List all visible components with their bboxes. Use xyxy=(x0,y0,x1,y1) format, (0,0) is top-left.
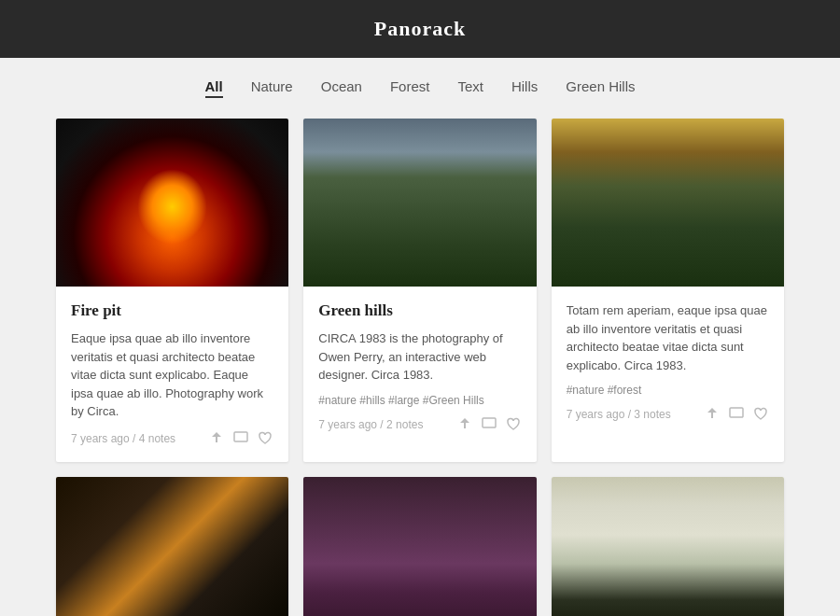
card-actions-fire xyxy=(208,430,273,447)
card-tags-hills: #nature #hills #large #Green Hills xyxy=(318,394,521,407)
svg-rect-0 xyxy=(234,432,247,441)
card-desc-hills: CIRCA 1983 is the photography of Owen Pe… xyxy=(318,329,521,385)
nav-item-green-hills[interactable]: Green Hills xyxy=(566,78,635,98)
card-footer-hills: 7 years ago / 2 notes xyxy=(318,416,521,433)
card-green-hills: Green hills CIRCA 1983 is the photograph… xyxy=(303,119,536,462)
card-desc-forest: Totam rem aperiam, eaque ipsa quae ab il… xyxy=(567,301,769,374)
share-icon[interactable] xyxy=(208,430,225,447)
card-body-fire: Fire pit Eaque ipsa quae ab illo invento… xyxy=(56,287,288,462)
card-meta-forest: 7 years ago / 3 notes xyxy=(567,408,671,421)
card-clouds xyxy=(552,477,784,617)
nav-item-hills[interactable]: Hills xyxy=(511,78,538,98)
comment-icon[interactable] xyxy=(481,416,497,433)
card-title-hills: Green hills xyxy=(318,301,521,320)
nav-item-nature[interactable]: Nature xyxy=(251,78,293,98)
photo-grid: Fire pit Eaque ipsa quae ab illo invento… xyxy=(0,119,840,616)
nav-item-ocean[interactable]: Ocean xyxy=(321,78,362,98)
card-forest: Totam rem aperiam, eaque ipsa quae ab il… xyxy=(552,119,784,462)
card-footer-fire: 7 years ago / 4 notes xyxy=(71,430,273,447)
card-body-hills: Green hills CIRCA 1983 is the photograph… xyxy=(303,287,536,448)
share-icon[interactable] xyxy=(704,406,721,423)
card-image-cockpit[interactable] xyxy=(56,477,288,617)
card-footer-forest: 7 years ago / 3 notes xyxy=(567,406,769,423)
nav-item-forest[interactable]: Forest xyxy=(390,78,430,98)
comment-icon[interactable] xyxy=(232,430,249,447)
comment-icon[interactable] xyxy=(728,406,745,423)
share-icon[interactable] xyxy=(456,416,473,433)
card-image-hills[interactable] xyxy=(303,119,536,287)
app-title: Panorack xyxy=(374,17,466,40)
svg-rect-1 xyxy=(483,418,496,427)
category-nav: All Nature Ocean Forest Text Hills Green… xyxy=(0,58,840,119)
nav-item-text[interactable]: Text xyxy=(457,78,483,98)
card-meta-fire: 7 years ago / 4 notes xyxy=(71,432,175,445)
nav-item-all[interactable]: All xyxy=(205,78,223,98)
card-cockpit xyxy=(56,477,288,617)
heart-icon[interactable] xyxy=(505,416,522,433)
heart-icon[interactable] xyxy=(752,406,769,423)
card-image-clouds[interactable] xyxy=(552,477,784,617)
card-image-fire[interactable] xyxy=(56,119,288,287)
card-meta-hills: 7 years ago / 2 notes xyxy=(318,418,423,431)
card-image-ocean[interactable] xyxy=(303,477,536,617)
card-tags-forest: #nature #forest xyxy=(567,384,769,397)
card-ocean xyxy=(303,477,536,617)
card-body-forest: Totam rem aperiam, eaque ipsa quae ab il… xyxy=(552,287,784,438)
card-desc-fire: Eaque ipsa quae ab illo inventore verita… xyxy=(71,329,273,421)
card-fire-pit: Fire pit Eaque ipsa quae ab illo invento… xyxy=(56,119,288,462)
card-title-fire: Fire pit xyxy=(71,301,273,320)
heart-icon[interactable] xyxy=(257,430,273,447)
svg-rect-2 xyxy=(730,408,743,417)
card-image-forest[interactable] xyxy=(552,119,784,287)
app-header: Panorack xyxy=(0,0,840,58)
card-actions-hills xyxy=(456,416,522,433)
card-actions-forest xyxy=(704,406,769,423)
